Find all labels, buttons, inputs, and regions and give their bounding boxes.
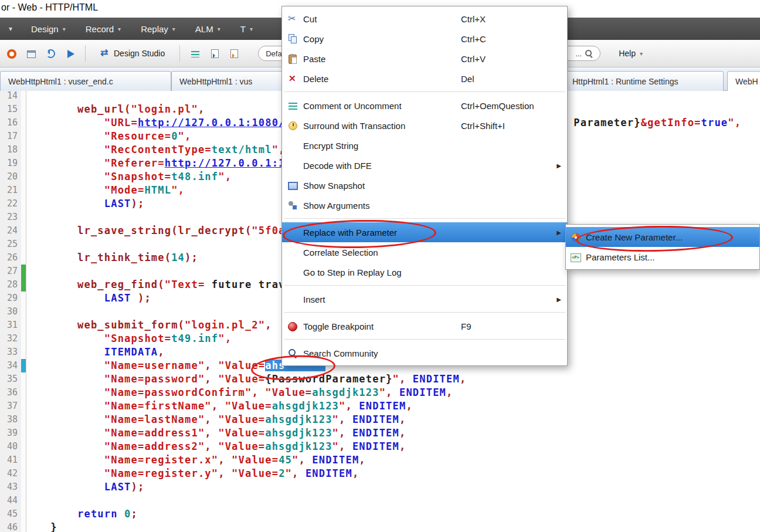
transaction-icon (289, 121, 297, 130)
menu-item-search-community[interactable]: Search Community (282, 343, 567, 363)
code-text[interactable]: "Name=address2", "Value=ahsgdjk123", END… (26, 440, 406, 453)
code-text[interactable]: "Mode=HTML", (26, 184, 185, 197)
line-number: 36 (0, 386, 21, 399)
menu-design[interactable]: Design▾ (21, 18, 76, 40)
line-number: 17 (0, 130, 21, 143)
menu-replay[interactable]: Replay▾ (131, 18, 185, 40)
menu-record[interactable]: Record▾ (76, 18, 131, 40)
menu-label: ALM (195, 24, 213, 34)
code-text[interactable]: return 0; (26, 507, 138, 521)
window-icon (27, 50, 36, 58)
menu-item-comment-or-uncomment[interactable]: Comment or UncommentCtrl+OemQuestion (282, 96, 567, 116)
run-button[interactable] (64, 48, 76, 59)
code-text[interactable]: "Name=password", "Value={PasswordParamet… (26, 372, 466, 386)
search-community-icon (288, 348, 297, 358)
menu-item-delete[interactable]: DeleteDel (282, 69, 567, 89)
tab-label: HttpHtml1 : Runtime Settings (572, 77, 678, 86)
menu-item-icon-cell (282, 321, 303, 331)
design-studio-button[interactable]: Design Studio (95, 46, 170, 60)
line-number: 20 (0, 170, 21, 184)
code-text[interactable]: web_reg_find("Text= future trav (26, 278, 286, 292)
tab-webhttphtml1-vuser-end-c[interactable]: WebHttpHtml1 : vuser_end.c (0, 71, 171, 91)
menu-label: Design (31, 24, 59, 34)
menu-item-go-to-step-in-replay-log[interactable]: Go to Step in Replay Log (282, 262, 567, 282)
menu-label: Replay (141, 24, 168, 34)
code-text[interactable]: "Referer=http://127.0.0.1:1 (26, 157, 286, 170)
menu-item-replace-with-parameter[interactable]: Replace with Parameter▶ (282, 222, 567, 242)
code-text[interactable]: "Name=register.x", "Value=45", ENDITEM, (26, 453, 366, 467)
menu-separator (282, 309, 567, 316)
menu-item-label: Surround with Transaction (303, 121, 567, 131)
gutter-marker (21, 211, 26, 224)
tab-webhttphtml1-vus[interactable]: WebHttpHtml1 : vus (171, 71, 296, 91)
code-text[interactable]: LAST); (26, 197, 144, 211)
code-text[interactable]: "Name=firstName", "Value=ahsgdjk123", EN… (26, 399, 413, 413)
tab-label: WebH (735, 77, 758, 86)
code-text[interactable] (26, 238, 30, 251)
code-text[interactable]: web_submit_form("login.pl_2", (26, 318, 272, 332)
code-text[interactable]: ITEMDATA, (26, 345, 165, 359)
menu-item-correlate-selection[interactable]: Correlate Selection (282, 242, 567, 262)
code-text[interactable]: "RecContentType=text/html", (26, 143, 286, 157)
code-text[interactable] (26, 91, 30, 103)
list-button[interactable] (189, 48, 201, 59)
submenu-item-parameters-list[interactable]: Parameters List... (566, 247, 759, 267)
submenu-item-create-new-parameter[interactable]: Create New Parameter... (566, 227, 759, 247)
menu-label: Record (86, 24, 114, 34)
menu-item-shortcut: Del (461, 74, 474, 84)
menu-t[interactable]: T▾ (230, 18, 263, 40)
code-text[interactable]: "Snapshot=t48.inf", (26, 170, 232, 184)
line-number: 18 (0, 143, 21, 157)
new-parameter-icon (571, 233, 581, 242)
menu-item-show-arguments[interactable]: Show Arguments (282, 195, 567, 215)
import-button[interactable] (209, 48, 220, 59)
code-text[interactable]: "Snapshot=t49.inf", (26, 332, 232, 345)
code-text[interactable]: "Name=passwordConfirm", "Value=ahsgdjk12… (26, 386, 453, 399)
menu-item-icon-cell (282, 14, 303, 23)
chevron-down-icon[interactable]: ▾ (0, 25, 21, 33)
code-text[interactable]: lr_save_string(lr_decrypt("5f0a (26, 224, 286, 238)
code-text[interactable]: } (26, 521, 57, 532)
code-text[interactable] (26, 265, 30, 278)
menu-item-toggle-breakpoint[interactable]: Toggle BreakpointF9 (282, 316, 567, 336)
chevron-down-icon: ▾ (63, 26, 66, 32)
tab-httphtml1-runtime-settings[interactable]: HttpHtml1 : Runtime Settings (564, 71, 724, 91)
tab-webh[interactable]: WebH (727, 71, 760, 91)
code-line: 35 "Name=password", "Value={PasswordPara… (0, 372, 760, 386)
menu-item-decode-with-dfe[interactable]: Decode with DFE▶ (282, 155, 567, 175)
window-button[interactable] (25, 48, 37, 59)
menu-item-insert[interactable]: Insert▶ (282, 289, 567, 309)
line-number: 14 (0, 91, 21, 103)
code-text[interactable]: "Name=username", "Value=ahs (26, 359, 325, 372)
menu-item-cut[interactable]: CutCtrl+X (282, 9, 567, 29)
code-text[interactable] (26, 305, 30, 318)
line-number: 21 (0, 184, 21, 197)
code-text[interactable]: "Resource=0", (26, 130, 191, 143)
menu-item-surround-with-transaction[interactable]: Surround with TransactionCtrl+Shift+I (282, 116, 567, 135)
change-marker (21, 278, 26, 292)
menu-item-paste[interactable]: PasteCtrl+V (282, 49, 567, 69)
menu-item-icon-cell (282, 74, 303, 83)
gutter-marker (21, 130, 26, 143)
menu-item-copy[interactable]: CopyCtrl+C (282, 29, 567, 49)
help-menu[interactable]: Help ▾ (619, 49, 643, 58)
code-text[interactable]: "Name=address1", "Value=ahsgdjk123", END… (26, 426, 406, 440)
record-button[interactable] (6, 48, 18, 59)
refresh-button[interactable] (45, 48, 56, 59)
code-text[interactable] (26, 211, 30, 224)
menu-item-encrypt-string[interactable]: Encrypt String (282, 135, 567, 155)
gutter-marker (21, 386, 26, 399)
menu-alm[interactable]: ALM▾ (185, 18, 230, 40)
menu-item-show-snapshot[interactable]: Show Snapshot (282, 175, 567, 195)
code-text[interactable]: "Name=register.y", "Value=2", ENDITEM, (26, 467, 359, 480)
gutter-marker (21, 453, 26, 467)
code-text[interactable]: "Name=lastName", "Value=ahsgdjk123", END… (26, 413, 406, 426)
code-text[interactable]: LAST); (26, 480, 144, 494)
code-text[interactable] (26, 494, 30, 507)
export-button[interactable] (228, 48, 240, 59)
line-number: 23 (0, 211, 21, 224)
code-text[interactable]: LAST ); (26, 292, 151, 305)
code-text[interactable]: lr_think_time(14); (26, 251, 198, 265)
code-text[interactable]: web_url("login.pl", (26, 103, 205, 116)
gutter-marker (21, 372, 26, 386)
